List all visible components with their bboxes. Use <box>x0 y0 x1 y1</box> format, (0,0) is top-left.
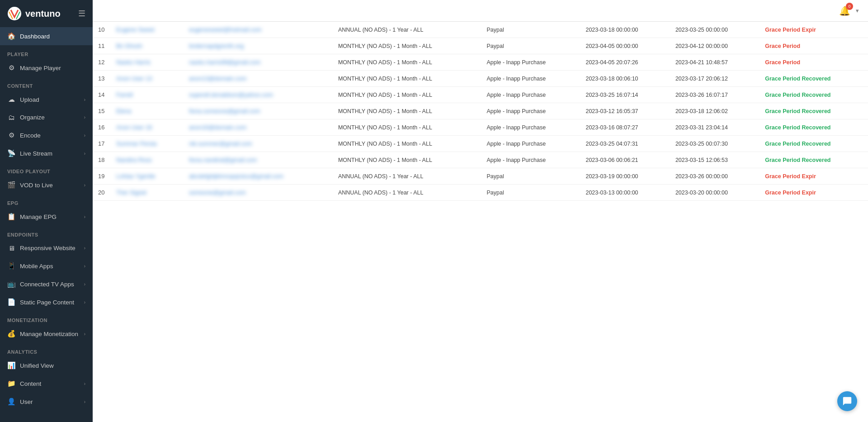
sidebar-label-responsive-website: Responsive Website <box>20 245 75 251</box>
organize-icon: 🗂 <box>7 114 15 121</box>
row-gateway: Apple - Inapp Purchase <box>481 119 580 136</box>
section-label-endpoints: ENDPOINTS <box>0 226 93 239</box>
row-num: 18 <box>93 152 111 168</box>
sidebar-item-user[interactable]: 👤 User › <box>0 393 93 411</box>
row-end-date: 2023-03-15 12:06:53 <box>670 152 760 168</box>
row-end-date: 2023-03-25 00:00:00 <box>670 22 760 38</box>
user-icon: 👤 <box>7 398 15 406</box>
sidebar-item-manage-epg[interactable]: 📋 Manage EPG › <box>0 208 93 226</box>
sidebar-item-organize[interactable]: 🗂 Organize › <box>0 109 93 126</box>
row-email: superell.donaldson@yahoo.com <box>184 87 333 103</box>
row-email: nik.summer@gmail.com <box>184 136 333 152</box>
logo-icon <box>7 6 22 21</box>
responsive-website-icon: 🖥 <box>7 244 15 252</box>
row-name[interactable]: Lohtas Ygentle <box>111 168 184 185</box>
topbar: 🔔 0 ▾ <box>93 0 868 22</box>
row-start-date: 2023-03-25 16:07:14 <box>580 87 670 103</box>
table-row: 10 Eugene Sweet eugenesweet@hotmail.com … <box>93 22 868 38</box>
sidebar-item-manage-monetization[interactable]: 💰 Manage Monetization › <box>0 325 93 343</box>
manage-monetization-icon: 💰 <box>7 330 15 338</box>
sidebar-item-encode[interactable]: ⚙ Encode › <box>0 126 93 144</box>
row-status: Grace Period Recovered <box>760 119 868 136</box>
row-start-date: 2023-03-25 04:07:31 <box>580 136 670 152</box>
row-name[interactable]: Elena <box>111 103 184 119</box>
row-status: Grace Period Recovered <box>760 87 868 103</box>
row-gateway: Apple - Inapp Purchase <box>481 87 580 103</box>
monetization-arrow: › <box>84 332 85 337</box>
row-name[interactable]: Eugene Sweet <box>111 22 184 38</box>
content-arrow: › <box>84 381 85 386</box>
sidebar-item-vod-to-live[interactable]: 🎬 VOD to Live › <box>0 176 93 194</box>
row-plan: MONTHLY (NO ADS) - 1 Month - ALL <box>333 38 481 54</box>
table-row: 15 Elena fiona.someone@gmail.com MONTHLY… <box>93 103 868 119</box>
row-end-date: 2023-04-12 00:00:00 <box>670 38 760 54</box>
row-start-date: 2023-03-18 00:00:00 <box>580 22 670 38</box>
table-row: 18 Nandira Ross fiona.nandiral@gmail.com… <box>93 152 868 168</box>
vod-arrow: › <box>84 183 85 188</box>
table-row: 20 Ther Signet someone@gmail.com ANNUAL … <box>93 185 868 201</box>
hamburger-icon[interactable]: ☰ <box>78 9 85 19</box>
row-name[interactable]: Nandira Ross <box>111 152 184 168</box>
chat-button[interactable] <box>837 391 857 411</box>
row-plan: ANNUAL (NO ADS) - 1 Year - ALL <box>333 168 481 185</box>
upload-icon: ☁ <box>7 95 15 104</box>
sidebar-item-connected-tv-apps[interactable]: 📺 Connected TV Apps › <box>0 275 93 293</box>
sidebar-label-static-page: Static Page Content <box>20 299 74 306</box>
row-plan: ANNUAL (NO ADS) - 1 Year - ALL <box>333 185 481 201</box>
topbar-chevron-icon[interactable]: ▾ <box>856 7 859 14</box>
notification-bell[interactable]: 🔔 0 <box>839 5 850 16</box>
row-email: fiona.someone@gmail.com <box>184 103 333 119</box>
row-name[interactable]: Naoko Harris <box>111 54 184 71</box>
row-num: 17 <box>93 136 111 152</box>
row-email: naoko.harris99@gmail.com <box>184 54 333 71</box>
row-name[interactable]: Anon User 13 <box>111 71 184 87</box>
row-email: anon16@domain.com <box>184 119 333 136</box>
table-row: 14 Farrell superell.donaldson@yahoo.com … <box>93 87 868 103</box>
sidebar-item-unified-view[interactable]: 📊 Unified View <box>0 356 93 375</box>
row-email: bndernapdgrenth.org <box>184 38 333 54</box>
sidebar-item-static-page-content[interactable]: 📄 Static Page Content › <box>0 293 93 311</box>
sidebar-item-responsive-website[interactable]: 🖥 Responsive Website › <box>0 239 93 257</box>
row-plan: MONTHLY (NO ADS) - 1 Month - ALL <box>333 71 481 87</box>
row-status: Grace Period Expir <box>760 185 868 201</box>
row-plan: ANNUAL (NO ADS) - 1 Year - ALL <box>333 22 481 38</box>
encode-icon: ⚙ <box>7 131 15 139</box>
row-gateway: Paypal <box>481 185 580 201</box>
row-start-date: 2023-03-18 00:06:10 <box>580 71 670 87</box>
row-status: Grace Period Recovered <box>760 71 868 87</box>
sidebar-item-dashboard[interactable]: 🏠 Dashboard <box>0 27 93 45</box>
row-status: Grace Period Recovered <box>760 136 868 152</box>
section-label-epg: EPG <box>0 194 93 208</box>
row-gateway: Apple - Inapp Purchase <box>481 136 580 152</box>
content-analytics-icon: 📁 <box>7 379 15 388</box>
table-row: 13 Anon User 13 anon13@domain.com MONTHL… <box>93 71 868 87</box>
table-row: 17 Summar Persia nik.summer@gmail.com MO… <box>93 136 868 152</box>
row-start-date: 2023-03-06 00:06:21 <box>580 152 670 168</box>
sidebar-item-upload[interactable]: ☁ Upload › <box>0 90 93 109</box>
sidebar-label-user: User <box>20 398 33 405</box>
row-gateway: Apple - Inapp Purchase <box>481 71 580 87</box>
row-plan: MONTHLY (NO ADS) - 1 Month - ALL <box>333 103 481 119</box>
row-name[interactable]: Summar Persia <box>111 136 184 152</box>
row-end-date: 2023-03-26 00:00:00 <box>670 168 760 185</box>
sidebar-item-mobile-apps[interactable]: 📱 Mobile Apps › <box>0 257 93 275</box>
section-label-video-playout: VIDEO PLAYOUT <box>0 162 93 176</box>
sidebar-label-manage-epg: Manage EPG <box>20 213 57 220</box>
row-status: Grace Period Recovered <box>760 103 868 119</box>
table-row: 19 Lohtas Ygentle abcdefghijklmnopqrstuv… <box>93 168 868 185</box>
epg-arrow: › <box>84 214 85 219</box>
connected-tv-arrow: › <box>84 282 85 287</box>
row-status: Grace Period Expir <box>760 168 868 185</box>
section-label-analytics: ANALYTICS <box>0 343 93 356</box>
row-name[interactable]: Ther Signet <box>111 185 184 201</box>
live-stream-icon: 📡 <box>7 149 15 157</box>
row-name[interactable]: Bn Ghosh <box>111 38 184 54</box>
row-status: Grace Period Expir <box>760 22 868 38</box>
row-name[interactable]: Farrell <box>111 87 184 103</box>
sidebar-item-manage-player[interactable]: ⚙ Manage Player <box>0 59 93 77</box>
row-email: anon13@domain.com <box>184 71 333 87</box>
sidebar-item-content-analytics[interactable]: 📁 Content › <box>0 375 93 393</box>
row-end-date: 2023-03-26 16:07:17 <box>670 87 760 103</box>
row-name[interactable]: Anon User 16 <box>111 119 184 136</box>
sidebar-item-live-stream[interactable]: 📡 Live Stream › <box>0 144 93 162</box>
